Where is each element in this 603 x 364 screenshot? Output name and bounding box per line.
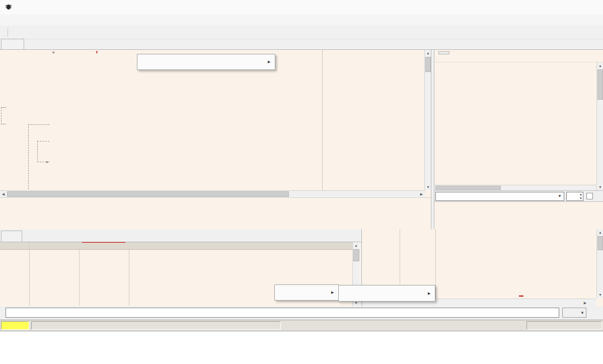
menu-bar-item[interactable] [2, 18, 11, 21]
view-tab[interactable] [1, 39, 24, 49]
dump-tab-strip [0, 229, 361, 242]
debug-state-badge [1, 321, 29, 330]
disassembly-vscrollbar[interactable]: ▲▼ [424, 50, 431, 190]
comment-column-divider [322, 50, 323, 190]
memory-dump-row[interactable] [0, 242, 352, 248]
calling-convention-bar: ▼ ▲▼ [434, 190, 603, 201]
menu-item-icon [277, 288, 286, 297]
command-input[interactable] [6, 308, 559, 318]
command-profile-select[interactable]: ▼ [562, 308, 586, 318]
x32dbg-window: ▲▼ ◀▶ ▲▼ [0, 0, 603, 364]
register-row[interactable] [439, 83, 596, 89]
maximize-button[interactable] [558, 0, 580, 14]
window-controls [535, 0, 603, 14]
app-bug-icon [5, 4, 12, 11]
minimize-button[interactable] [535, 0, 558, 14]
jump-flow-line [37, 141, 49, 162]
flags-row[interactable] [439, 71, 596, 77]
spinner-arrows-icon: ▲▼ [579, 192, 582, 200]
registers-pane[interactable]: ▲▼ ▼ ▲▼ [434, 50, 603, 229]
submenu-arrow-icon [331, 290, 335, 295]
disassembly-pane[interactable]: ▲▼ ◀▶ [0, 50, 431, 197]
chevron-down-icon: ▼ [580, 311, 584, 315]
registers-hscrollbar[interactable] [434, 185, 596, 190]
registers-toolbar [434, 50, 603, 62]
search-type-submenu [338, 285, 435, 302]
search-scope-submenu [274, 284, 339, 301]
menu-item-icon [341, 289, 350, 298]
main-window: ▲▼ ◀▶ ▲▼ [0, 0, 603, 331]
title-bar [0, 0, 603, 14]
submenu-arrow-icon [428, 292, 432, 296]
hide-fpu-button[interactable] [438, 51, 449, 54]
submenu-item[interactable] [275, 287, 338, 298]
tab-icon [8, 41, 15, 48]
view-tab-strip [0, 39, 603, 50]
submenu-arrow-icon [268, 60, 272, 64]
debug-time [526, 321, 602, 330]
call-arguments-panel[interactable] [434, 201, 603, 229]
chevron-down-icon: ▼ [558, 194, 562, 198]
dump-tab-icon [7, 233, 14, 240]
stack-row[interactable] [362, 229, 596, 235]
close-button[interactable] [580, 0, 603, 14]
dump-tab[interactable] [1, 231, 22, 242]
submenu-item[interactable] [339, 287, 435, 299]
register-row[interactable] [439, 65, 596, 71]
clipped-stack-comment-fragment [519, 296, 523, 297]
argument-count-stepper[interactable]: ▲▼ [566, 192, 583, 201]
disassembly-info-panel [0, 197, 431, 229]
register-list [439, 65, 596, 89]
disassembly-context-menu [137, 54, 275, 70]
conditional-jump-marker-icon [96, 50, 98, 55]
stack-vscrollbar[interactable]: ▲▼ [596, 229, 603, 298]
dump-pointer-bytes [82, 242, 125, 243]
call-argument-row[interactable] [434, 202, 603, 208]
jump-arrow-icon [46, 160, 48, 164]
registers-vscrollbar[interactable]: ▲▼ [596, 62, 603, 190]
toolbar-separator [8, 28, 8, 37]
menu-bar [0, 14, 603, 25]
context-menu-item[interactable] [137, 56, 275, 67]
unlock-checkbox[interactable] [586, 193, 593, 199]
status-bar [0, 320, 603, 331]
command-bar: ▼ [0, 306, 603, 319]
breakpoint-dot-icon[interactable] [52, 50, 54, 55]
jump-flow-stub [1, 107, 6, 124]
toolbar-button[interactable] [1, 26, 14, 38]
toolbar [0, 25, 603, 39]
calling-convention-select[interactable]: ▼ [435, 192, 564, 201]
disassembly-hscrollbar[interactable]: ◀▶ [0, 190, 425, 197]
menu-item-icon [140, 58, 149, 66]
status-message [31, 321, 281, 330]
